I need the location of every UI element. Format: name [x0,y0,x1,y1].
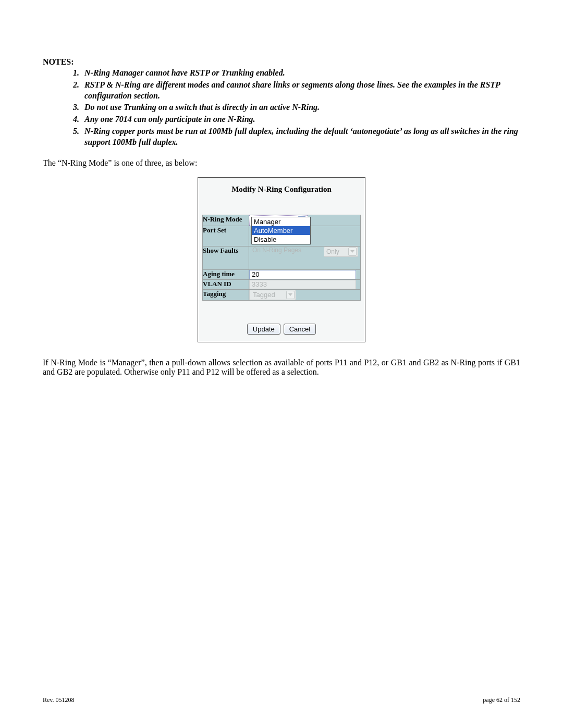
tagging-value: Tagged [253,291,275,299]
intro-text: The “N-Ring Mode” is one of three, as be… [43,158,520,168]
aging-time-input[interactable]: 20 [249,270,356,279]
note-item: RSTP & N-Ring are different modes and ca… [81,80,520,102]
note-item: Do not use Trunking on a switch that is … [81,102,520,113]
note-item: N-Ring Manager cannot have RSTP or Trunk… [81,68,520,79]
after-paragraph: If N-Ring Mode is “Manager”, then a pull… [43,358,520,377]
option-manager[interactable]: Manager [252,217,310,226]
footer-page: page 62 of 152 [483,696,520,704]
label-nring-mode: N-Ring Mode [203,215,249,226]
notes-list: N-Ring Manager cannot have RSTP or Trunk… [43,68,520,148]
label-vlan-id: VLAN ID [203,279,249,289]
page-footer: Rev. 051208 page 62 of 152 [43,696,520,704]
cancel-button[interactable]: Cancel [284,324,316,335]
dialog-title: Modify N-Ring Configuration [202,185,361,194]
nring-mode-options[interactable]: Manager AutoMember Disable [251,217,311,244]
option-disable[interactable]: Disable [252,235,310,244]
note-item: Any one 7014 can only participate in one… [81,114,520,125]
showfaults-hint-right: Only [326,248,339,255]
label-aging-time: Aging time [203,269,249,279]
label-show-faults: Show Faults [203,246,249,269]
note-item: N-Ring copper ports must be run at 100Mb… [81,126,520,148]
chevron-down-icon [348,248,357,256]
tagging-dropdown: Tagged [249,290,296,300]
label-port-set: Port Set [203,226,249,246]
config-form: N-Ring Mode AutoMember [202,215,361,301]
footer-rev: Rev. 051208 [43,696,75,704]
vlan-id-input: 3333 [249,280,356,289]
label-tagging: Tagging [203,289,249,300]
notes-heading: NOTES: [43,57,520,67]
showfaults-dropdown[interactable]: Only [324,246,358,257]
config-dialog: Modify N-Ring Configuration N-Ring Mode … [198,177,365,342]
chevron-down-icon [286,291,295,299]
option-automember[interactable]: AutoMember [252,226,310,235]
update-button[interactable]: Update [247,324,280,335]
